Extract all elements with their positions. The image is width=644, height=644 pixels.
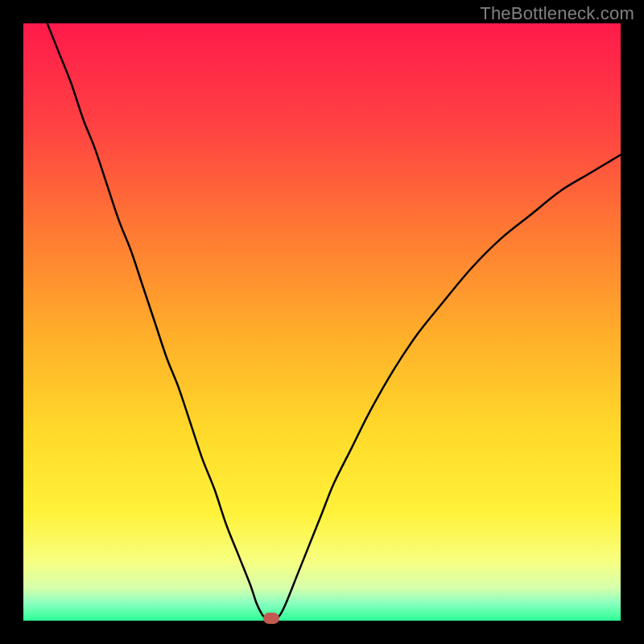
plot-area — [23, 23, 621, 621]
chart-frame: TheBottleneck.com — [0, 0, 644, 644]
gradient-background — [23, 23, 621, 621]
minimum-marker-icon — [263, 613, 279, 624]
chart-svg — [23, 23, 621, 621]
watermark-label: TheBottleneck.com — [480, 3, 634, 24]
